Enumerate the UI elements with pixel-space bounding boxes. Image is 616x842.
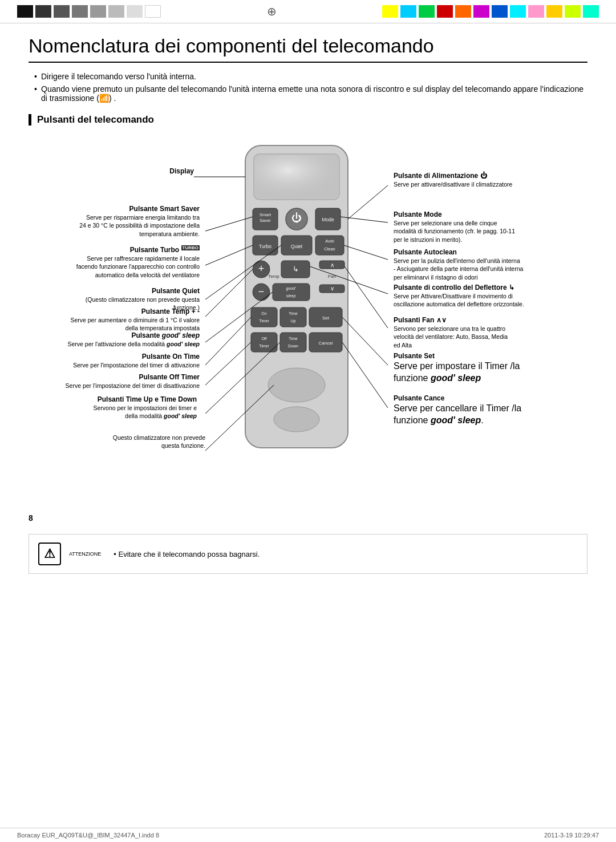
svg-text:Cancel: Cancel xyxy=(319,341,333,346)
main-content: Nomenclatura dei componenti del telecoma… xyxy=(0,23,616,591)
svg-text:Turbo: Turbo xyxy=(259,244,271,249)
svg-text:↳: ↳ xyxy=(293,265,299,273)
label-power: Pulsante di Alimentazione ⏻ Serve per at… xyxy=(394,171,576,188)
svg-text:Time: Time xyxy=(289,311,297,315)
section-heading: Pulsanti del telecomando xyxy=(29,114,587,126)
label-no-function: Questo climatizzatore non prevedequesta … xyxy=(86,434,205,450)
svg-text:Up: Up xyxy=(291,319,296,323)
swatch-1 xyxy=(17,5,33,18)
label-cancel: Pulsante Cance Serve per cancellare il T… xyxy=(394,394,576,427)
label-on-time: Pulsante On Time Serve per l'impostazion… xyxy=(57,352,200,369)
svg-rect-32 xyxy=(251,307,277,327)
svg-point-6 xyxy=(286,208,307,230)
svg-point-49 xyxy=(274,407,319,432)
svg-text:Saver: Saver xyxy=(260,218,271,223)
svg-rect-38 xyxy=(309,307,342,327)
notice-text: • Evitare che il telecomando possa bagna… xyxy=(114,550,260,558)
svg-line-52 xyxy=(205,245,253,265)
swatch-6 xyxy=(108,5,124,18)
svg-line-62 xyxy=(344,245,388,260)
svg-text:Time: Time xyxy=(289,337,297,341)
label-time-up-down: Pulsanti Time Up e Time Down Servono per… xyxy=(40,395,197,420)
rswatch-2 xyxy=(400,5,416,18)
rswatch-5 xyxy=(455,5,471,18)
svg-rect-10 xyxy=(253,236,278,255)
svg-line-57 xyxy=(205,342,251,385)
svg-line-56 xyxy=(205,317,251,365)
label-deflettore: Pulsante di controllo del Deflettore ↳ S… xyxy=(394,283,576,309)
svg-line-55 xyxy=(205,292,273,342)
rswatch-1 xyxy=(382,5,398,18)
swatch-3 xyxy=(54,5,70,18)
rswatch-7 xyxy=(492,5,508,18)
svg-text:Quiet: Quiet xyxy=(291,244,303,249)
svg-text:On: On xyxy=(261,311,266,315)
swatch-2 xyxy=(35,5,51,18)
svg-rect-21 xyxy=(319,261,345,269)
label-smart-saver: Pulsante Smart Saver Serve per risparmia… xyxy=(40,204,200,238)
label-turbo: Pulsante Turbo TURBO Serve per raffresca… xyxy=(40,245,200,279)
left-swatches xyxy=(17,5,161,18)
rswatch-11 xyxy=(565,5,581,18)
rswatch-12 xyxy=(583,5,599,18)
svg-rect-14 xyxy=(315,236,344,255)
svg-text:Clean: Clean xyxy=(324,246,335,252)
svg-text:−: − xyxy=(258,286,265,297)
swatch-8 xyxy=(145,5,161,18)
label-temp: Pulsante Temp + - Serve per aumentare o … xyxy=(57,307,200,333)
svg-text:∧: ∧ xyxy=(330,262,334,268)
intro-bullets: Dirigere il telecomando verso l'unità in… xyxy=(34,72,587,103)
right-swatches xyxy=(382,5,599,18)
label-off-timer: Pulsante Off Timer Serve per l'impostazi… xyxy=(57,373,200,390)
svg-text:∨: ∨ xyxy=(330,285,334,292)
footer-left: Boracay EUR_AQ09T&U@_IBIM_32447A_I.indd … xyxy=(17,832,159,839)
label-autoclean: Pulsante Autoclean Serve per la pulizia … xyxy=(394,248,576,281)
swatch-4 xyxy=(72,5,88,18)
svg-rect-2 xyxy=(255,155,338,199)
rswatch-10 xyxy=(546,5,562,18)
svg-rect-27 xyxy=(319,285,345,293)
swatch-5 xyxy=(90,5,106,18)
svg-line-51 xyxy=(205,217,253,231)
warning-icon: ⚠ xyxy=(38,543,61,565)
svg-rect-35 xyxy=(280,307,306,327)
diagram-area: Smart Saver ⏻ Mode Turbo Quiet Auto Clea… xyxy=(29,137,587,508)
svg-line-63 xyxy=(310,266,388,294)
svg-line-64 xyxy=(345,266,388,328)
svg-text:sleep: sleep xyxy=(286,294,296,298)
top-bar: ⊕ xyxy=(0,0,616,23)
swatch-7 xyxy=(127,5,143,18)
rswatch-4 xyxy=(437,5,453,18)
svg-line-66 xyxy=(342,342,388,408)
notice-label: ATTENZIONE xyxy=(69,551,101,557)
bullet-2: Quando viene premuto un pulsante del tel… xyxy=(34,84,587,103)
rswatch-8 xyxy=(510,5,526,18)
label-display: Display xyxy=(63,167,194,176)
svg-rect-1 xyxy=(254,154,339,200)
label-set: Pulsante Set Serve per impostare il Time… xyxy=(394,351,576,384)
svg-text:Timer: Timer xyxy=(259,319,269,323)
svg-text:Temp: Temp xyxy=(268,274,279,279)
page-number: 8 xyxy=(29,513,587,523)
svg-rect-40 xyxy=(251,333,277,352)
svg-rect-19 xyxy=(281,261,310,278)
svg-text:Smart: Smart xyxy=(260,212,271,217)
svg-rect-23 xyxy=(253,284,270,301)
label-good-sleep: Pulsante good' sleep Serve per l'attivaz… xyxy=(46,331,200,348)
svg-line-60 xyxy=(348,185,388,219)
svg-rect-3 xyxy=(253,208,278,230)
svg-rect-12 xyxy=(281,236,312,255)
label-fan: Pulsanti Fan ∧∨ Servono per selezionare … xyxy=(394,315,576,349)
svg-text:Mode: Mode xyxy=(322,217,334,222)
rswatch-9 xyxy=(528,5,544,18)
svg-rect-43 xyxy=(280,333,306,352)
svg-text:Timer: Timer xyxy=(259,344,269,348)
svg-line-54 xyxy=(205,269,253,317)
svg-point-48 xyxy=(268,368,325,402)
footer-right: 2011-3-19 10:29:47 xyxy=(544,832,599,839)
notice-box: ⚠ ATTENZIONE • Evitare che il telecomand… xyxy=(29,534,587,574)
svg-text:Off: Off xyxy=(261,337,266,341)
svg-text:Fan: Fan xyxy=(328,274,336,279)
svg-rect-29 xyxy=(273,284,310,301)
svg-text:good': good' xyxy=(286,286,297,291)
